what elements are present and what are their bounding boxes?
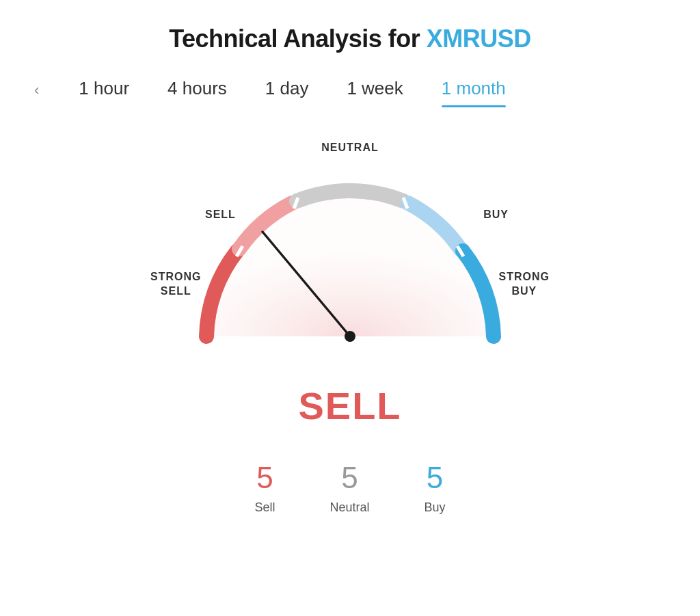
symbol: XMRUSD [427,25,531,53]
label-buy: BUY [483,209,509,221]
stat-neutral-label: Neutral [329,500,369,515]
tab-1d[interactable]: 1 day [246,72,328,107]
stat-buy-label: Buy [425,500,446,515]
label-neutral: NEUTRAL [321,142,378,154]
stat-buy-value: 5 [427,461,443,495]
stats-row: 5 Sell 5 Neutral 5 Buy [254,461,445,515]
page-title: Technical Analysis for XMRUSD [169,25,531,53]
tab-1w[interactable]: 1 week [327,72,422,107]
timeframe-nav: ‹ 1 hour 4 hours 1 day 1 week 1 month [0,72,700,107]
stat-sell-value: 5 [256,461,273,495]
stat-neutral: 5 Neutral [329,461,369,515]
label-sell: SELL [205,209,236,221]
label-strong-sell: STRONGSELL [150,270,201,299]
title-prefix: Technical Analysis for [169,25,427,53]
stat-sell-label: Sell [254,500,275,515]
tab-1m[interactable]: 1 month [422,72,525,107]
timeframe-tabs: 1 hour 4 hours 1 day 1 week 1 month [46,72,673,107]
tab-1h[interactable]: 1 hour [59,72,148,107]
stat-buy: 5 Buy [425,461,446,515]
tab-4h[interactable]: 4 hours [148,72,246,107]
nav-back-button[interactable]: ‹ [27,81,46,99]
gauge: NEUTRAL SELL BUY STRONGSELL STRONGBUY [138,135,562,367]
stat-sell: 5 Sell [254,461,275,515]
gauge-labels: NEUTRAL SELL BUY STRONGSELL STRONGBUY [138,135,562,367]
stat-neutral-value: 5 [341,461,358,495]
signal-text: SELL [298,384,401,428]
label-strong-buy: STRONGBUY [499,270,550,299]
